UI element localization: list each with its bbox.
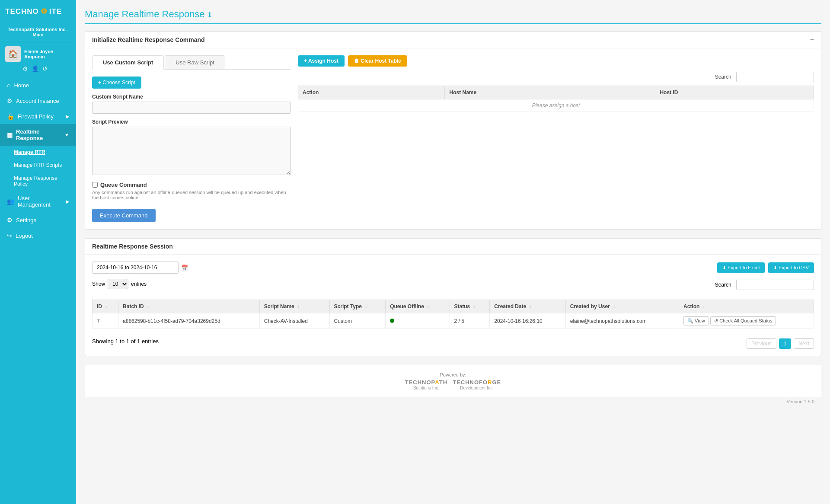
logo-ite: ITE	[49, 7, 62, 16]
assign-host-button[interactable]: + Assign Host	[298, 55, 345, 67]
page-info-icon[interactable]: ℹ	[208, 10, 211, 19]
queue-section: Queue Command Any commands run against a…	[92, 182, 291, 200]
col-batch-id: Batch ID ↕	[118, 300, 260, 313]
sidebar-username: Elaine Joyce Ampunin	[24, 49, 71, 59]
entries-select[interactable]: 10 25 50	[108, 279, 128, 289]
col-id: ID ↕	[93, 300, 118, 313]
choose-script-button[interactable]: + Choose Script	[92, 77, 141, 89]
host-table-head: Action Host Name Host ID	[298, 86, 814, 99]
settings-icon: ⚙	[7, 217, 13, 223]
host-no-data-row: Please assign a host	[298, 99, 814, 112]
page-title-bar: Manage Realtime Response ℹ	[85, 9, 821, 24]
technoforge-logo-text: TECHNOFORGE	[453, 379, 501, 386]
sidebar-label-firewall: Firewall Policy	[18, 113, 54, 120]
sidebar-sub-manage-response-policy[interactable]: Manage Response Policy	[0, 172, 76, 191]
sidebar-user: 🏠 Elaine Joyce Ampunin	[0, 41, 76, 64]
sort-date-icon[interactable]: ↕	[530, 304, 532, 309]
session-table: ID ↕ Batch ID ↕ Script Name ↕ Script Typ…	[92, 300, 814, 329]
show-entries: Show 10 25 50 entries	[92, 279, 147, 289]
pagination-bar: Showing 1 to 1 of 1 entries Previous 1 N…	[92, 333, 814, 349]
clear-host-table-button[interactable]: 🗑 Clear Host Table	[348, 55, 407, 67]
host-actions: + Assign Host 🗑 Clear Host Table	[298, 55, 814, 67]
sidebar-sub-manage-rtr[interactable]: Manage RTR	[0, 146, 76, 159]
initialize-title: Initialize Realtime Response Command	[92, 36, 205, 43]
sidebar-item-firewall-policy[interactable]: 🔒 Firewall Policy ▶	[0, 108, 76, 124]
init-layout: Use Custom Script Use Raw Script + Choos…	[92, 55, 814, 222]
sidebar-sub-manage-rtr-scripts[interactable]: Manage RTR Scripts	[0, 159, 76, 172]
users-arrow-icon: ▶	[66, 199, 69, 204]
user-icon[interactable]: 👤	[32, 65, 39, 72]
sidebar-item-logout[interactable]: ↪ Logout	[0, 228, 76, 243]
sort-id-icon[interactable]: ↕	[105, 304, 107, 309]
sort-queue-icon[interactable]: ↕	[427, 304, 429, 309]
date-picker-wrap: 📅	[92, 262, 188, 274]
initialize-card-body: Use Custom Script Use Raw Script + Choos…	[85, 48, 821, 229]
minimize-btn[interactable]: −	[810, 36, 814, 44]
entries-label: entries	[131, 281, 147, 287]
sidebar-item-home[interactable]: ⌂ Home	[0, 77, 76, 93]
col-action: Action ↕	[679, 300, 814, 313]
session-search-label: Search:	[715, 282, 733, 288]
host-search-input[interactable]	[736, 72, 814, 82]
logout-icon: ↪	[7, 232, 12, 239]
sort-scriptname-icon[interactable]: ↕	[297, 304, 300, 309]
session-card-header: Realtime Response Session	[85, 239, 821, 255]
custom-script-name-input[interactable]	[92, 102, 291, 114]
sort-scripttype-icon[interactable]: ↕	[365, 304, 367, 309]
queue-note-text: Any commands run against an offline-queu…	[92, 190, 286, 200]
sort-batch-icon[interactable]: ↕	[147, 304, 149, 309]
sidebar-item-settings[interactable]: ⚙ Settings	[0, 212, 76, 228]
session-title: Realtime Response Session	[92, 243, 173, 250]
sort-status-icon[interactable]: ↕	[473, 304, 476, 309]
user-settings-icon[interactable]: ⚙	[22, 65, 28, 72]
cell-batch-id: a8862598-b11c-4f58-ad79-704a3269d25d	[118, 313, 260, 329]
cell-script-name: Check-AV-Installed	[259, 313, 329, 329]
next-page-button[interactable]: Next	[794, 338, 814, 349]
main-content: Manage Realtime Response ℹ Initialize Re…	[76, 0, 830, 504]
firewall-icon: 🔒	[7, 113, 14, 120]
col-created-date: Created Date ↕	[490, 300, 565, 313]
technopath-subtext: Solutions Inc.	[405, 386, 447, 390]
sidebar-label-home: Home	[14, 82, 29, 89]
date-range-input[interactable]	[92, 262, 179, 274]
sidebar-item-user-management[interactable]: 👥 User Management ▶	[0, 191, 76, 212]
view-button[interactable]: 🔍 View	[683, 316, 709, 325]
tab-raw-script[interactable]: Use Raw Script	[165, 55, 225, 69]
check-all-queued-status-button[interactable]: ↺ Check All Queued Status	[710, 316, 776, 325]
export-buttons: ⬇ Export to Excel ⬇ Export to CSV	[717, 262, 814, 273]
queue-command-text: Queue Command	[100, 182, 147, 188]
sort-createdby-icon[interactable]: ↕	[613, 304, 615, 309]
export-csv-button[interactable]: ⬇ Export to CSV	[768, 262, 814, 273]
queue-command-label[interactable]: Queue Command	[92, 182, 291, 188]
session-card-body: 📅 ⬇ Export to Excel ⬇ Export to CSV Show…	[85, 255, 821, 356]
cell-id: 7	[93, 313, 118, 329]
col-status: Status ↕	[450, 300, 490, 313]
sidebar-label-account: Account Instance	[16, 98, 59, 104]
company-name: Technopath Solutions Inc - Main	[0, 23, 76, 41]
session-search-input[interactable]	[736, 280, 814, 290]
path-letter: A	[435, 379, 439, 386]
previous-page-button[interactable]: Previous	[747, 338, 776, 349]
custom-script-name-label: Custom Script Name	[92, 94, 291, 100]
execute-command-button[interactable]: Execute Command	[92, 209, 156, 222]
sidebar-label-logout: Logout	[16, 233, 33, 239]
queue-command-checkbox[interactable]	[92, 182, 98, 188]
export-excel-button[interactable]: ⬇ Export to Excel	[717, 262, 765, 273]
sort-action-icon[interactable]: ↕	[703, 304, 705, 309]
tab-custom-script[interactable]: Use Custom Script	[92, 55, 164, 70]
calendar-icon[interactable]: 📅	[181, 265, 188, 271]
session-search-row: Search:	[715, 280, 814, 290]
cell-status: 2 / 5	[450, 313, 490, 329]
custom-script-name-group: Custom Script Name	[92, 94, 291, 114]
sidebar-label-rtr: Realtime Response	[16, 128, 61, 141]
footer-logo-technoforge: TECHNOFORGE Development Inc.	[453, 379, 501, 390]
forge-letter: R	[488, 379, 492, 386]
script-preview-textarea[interactable]	[92, 127, 291, 175]
sidebar-item-account-instance[interactable]: ⚙ Account Instance	[0, 93, 76, 108]
sidebar-item-realtime-response[interactable]: ▦ Realtime Response ▼	[0, 124, 76, 146]
queue-note: Any commands run against an offline-queu…	[92, 190, 291, 200]
refresh-icon[interactable]: ↺	[42, 65, 48, 72]
page-1-button[interactable]: 1	[779, 338, 792, 349]
col-created-by: Created by User ↕	[565, 300, 679, 313]
session-table-body: 7 a8862598-b11c-4f58-ad79-704a3269d25d C…	[93, 313, 814, 329]
